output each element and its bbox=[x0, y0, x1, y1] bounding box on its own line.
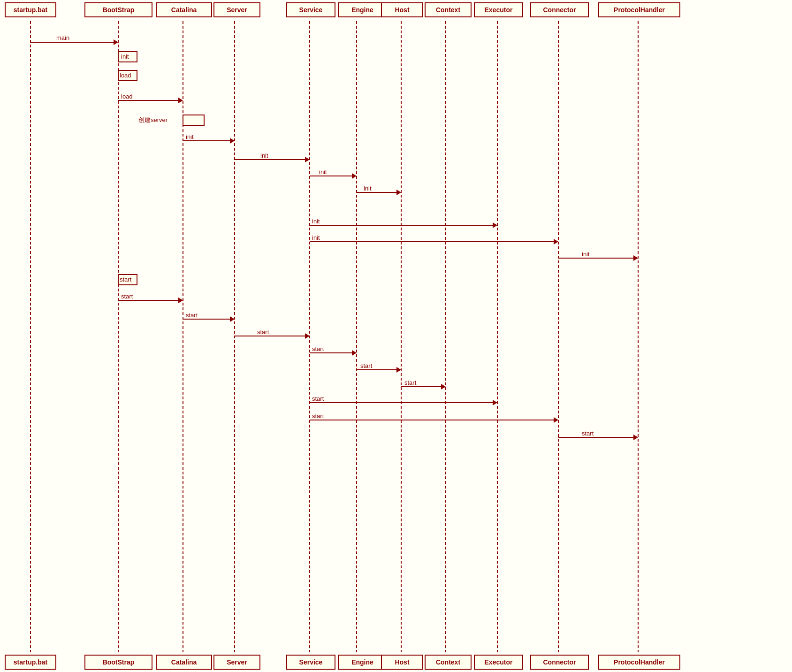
actor-context-bottom: Context bbox=[425, 655, 472, 670]
svg-marker-33 bbox=[396, 190, 401, 195]
svg-marker-27 bbox=[305, 157, 310, 162]
actor-service-top: Service bbox=[286, 2, 335, 17]
svg-text:init: init bbox=[121, 53, 129, 60]
svg-text:start: start bbox=[257, 328, 269, 336]
actor-host-bottom: Host bbox=[381, 655, 423, 670]
svg-text:start: start bbox=[312, 395, 324, 402]
svg-text:start: start bbox=[312, 412, 324, 420]
svg-marker-62 bbox=[441, 384, 446, 389]
svg-marker-65 bbox=[493, 400, 497, 405]
svg-marker-50 bbox=[230, 316, 235, 322]
svg-text:init: init bbox=[260, 152, 268, 159]
actor-server-bottom: Server bbox=[213, 655, 260, 670]
svg-marker-71 bbox=[633, 435, 638, 440]
sequence-diagram: main init load load 创建server init init i… bbox=[0, 0, 792, 672]
svg-text:init: init bbox=[312, 218, 320, 225]
svg-marker-36 bbox=[493, 222, 497, 228]
svg-text:init: init bbox=[582, 251, 590, 258]
actor-connector-top: Connector bbox=[530, 2, 589, 17]
svg-text:load: load bbox=[120, 72, 131, 79]
svg-text:start: start bbox=[312, 345, 324, 352]
svg-text:start: start bbox=[120, 276, 132, 283]
actor-protocolhandler-top: ProtocolHandler bbox=[598, 2, 680, 17]
svg-text:main: main bbox=[56, 34, 69, 41]
actor-host-top: Host bbox=[381, 2, 423, 17]
svg-rect-44 bbox=[118, 275, 137, 285]
actor-executor-bottom: Executor bbox=[474, 655, 523, 670]
svg-text:start: start bbox=[360, 362, 373, 369]
svg-rect-21 bbox=[183, 115, 204, 125]
actor-catalina-top: Catalina bbox=[156, 2, 212, 17]
svg-text:init: init bbox=[312, 234, 320, 241]
actor-engine-bottom: Engine bbox=[338, 655, 387, 670]
svg-marker-42 bbox=[633, 255, 638, 261]
actor-service-bottom: Service bbox=[286, 655, 335, 670]
svg-marker-24 bbox=[230, 138, 235, 144]
svg-marker-30 bbox=[352, 173, 357, 179]
actor-bootstrap-top: BootStrap bbox=[84, 2, 152, 17]
svg-text:init: init bbox=[364, 185, 372, 192]
actor-startup-bottom: startup.bat bbox=[5, 655, 56, 670]
svg-marker-39 bbox=[554, 239, 558, 244]
svg-text:start: start bbox=[582, 430, 594, 437]
svg-text:init: init bbox=[186, 133, 194, 140]
svg-text:创建server: 创建server bbox=[138, 116, 168, 123]
svg-marker-68 bbox=[554, 417, 558, 423]
svg-rect-14 bbox=[118, 52, 137, 62]
svg-text:start: start bbox=[121, 293, 133, 300]
actor-engine-top: Engine bbox=[338, 2, 387, 17]
actor-protocolhandler-bottom: ProtocolHandler bbox=[598, 655, 680, 670]
svg-text:init: init bbox=[319, 168, 327, 176]
actor-server-top: Server bbox=[213, 2, 260, 17]
actor-catalina-bottom: Catalina bbox=[156, 655, 212, 670]
svg-marker-12 bbox=[114, 39, 118, 45]
svg-marker-19 bbox=[178, 98, 183, 103]
svg-marker-56 bbox=[352, 350, 357, 356]
arrows-svg: main init load load 创建server init init i… bbox=[0, 0, 792, 672]
svg-marker-59 bbox=[396, 367, 401, 373]
svg-marker-47 bbox=[178, 298, 183, 303]
actor-context-top: Context bbox=[425, 2, 472, 17]
svg-text:start: start bbox=[404, 379, 417, 386]
actor-startup-top: startup.bat bbox=[5, 2, 56, 17]
svg-rect-16 bbox=[118, 70, 137, 81]
actor-bootstrap-bottom: BootStrap bbox=[84, 655, 152, 670]
actor-connector-bottom: Connector bbox=[530, 655, 589, 670]
actor-executor-top: Executor bbox=[474, 2, 523, 17]
svg-text:load: load bbox=[121, 93, 133, 100]
svg-text:start: start bbox=[186, 312, 198, 319]
svg-marker-53 bbox=[305, 333, 310, 339]
